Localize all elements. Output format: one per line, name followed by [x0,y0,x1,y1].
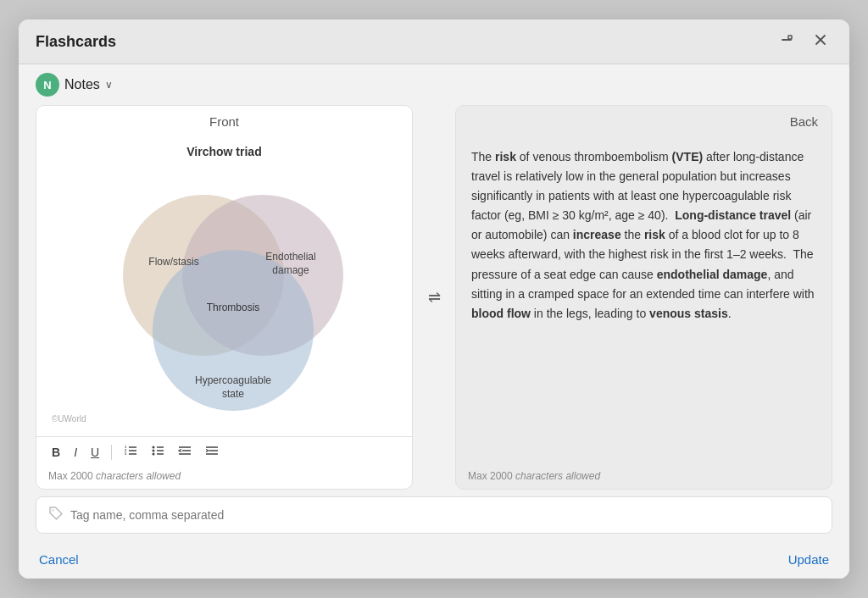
back-card-content: The risk of venous thromboembolism (VTE)… [456,134,832,467]
close-icon [814,33,827,47]
flashcard-modal: Flashcards N Notes ∨ [19,19,849,579]
toolbar-separator [111,445,112,460]
venn-title: Virchow triad [186,145,261,158]
back-card-label: Back [456,106,832,134]
minimize-button[interactable] [775,31,798,52]
header-controls [775,31,832,52]
editor-toolbar: B I U 1 2 3 [36,436,412,467]
indent-icon [205,445,219,457]
tag-svg-icon [48,506,64,521]
svg-text:Endothelial: Endothelial [265,251,315,263]
bold-button[interactable]: B [47,443,65,462]
tag-icon [48,506,64,524]
svg-text:3: 3 [125,451,127,456]
chevron-down-icon: ∨ [105,79,113,91]
svg-text:damage: damage [272,264,309,276]
notes-row: N Notes ∨ [19,64,849,105]
unordered-list-button[interactable] [146,442,170,462]
front-char-limit: Max 2000 characters allowed [36,467,412,489]
outdent-icon [178,445,192,457]
italic-button[interactable]: I [69,443,82,462]
swap-icon: ⇌ [428,288,441,307]
close-button[interactable] [809,31,832,52]
svg-point-21 [153,453,155,456]
front-card-label: Front [36,106,412,134]
unordered-list-icon [151,445,164,457]
svg-point-31 [53,510,54,512]
tag-input[interactable] [70,508,820,522]
modal-header: Flashcards [19,19,849,64]
venn-svg: Flow/stasis Endothelial damage Hypercoag… [89,165,360,411]
venn-diagram-container: Virchow triad Flow/stasis Endothelial da… [36,134,412,436]
back-card-panel: Back The risk of venous thromboembolism … [455,105,832,490]
svg-text:Hypercoagulable: Hypercoagulable [194,374,270,386]
minimize-icon [780,33,793,47]
outdent-button[interactable] [173,442,197,462]
notes-dropdown[interactable]: N Notes ∨ [36,73,113,97]
front-card-panel: Front Virchow triad Flow/stasis Endothel… [36,105,413,490]
svg-point-20 [153,450,155,452]
svg-text:state: state [221,388,243,400]
ordered-list-icon: 1 2 3 [124,445,137,457]
indent-button[interactable] [200,442,224,462]
tag-row [36,496,832,534]
underline-button[interactable]: U [86,443,104,462]
notes-label: Notes [64,77,100,92]
modal-title: Flashcards [36,33,116,51]
back-char-limit: Max 2000 characters allowed [456,467,832,489]
venn-svg-element: Flow/stasis Endothelial damage Hypercoag… [89,165,360,411]
notes-avatar: N [36,73,59,97]
swap-icon-wrap[interactable]: ⇌ [421,288,447,307]
svg-point-19 [153,446,155,449]
svg-rect-1 [788,36,792,39]
update-button[interactable]: Update [788,552,829,567]
svg-text:Thrombosis: Thrombosis [206,302,259,313]
venn-copyright: ©UWorld [52,414,86,424]
ordered-list-button[interactable]: 1 2 3 [119,442,142,462]
svg-text:Flow/stasis: Flow/stasis [148,256,198,268]
modal-footer: Cancel Update [19,540,849,579]
cancel-button[interactable]: Cancel [39,552,79,567]
cards-area: Front Virchow triad Flow/stasis Endothel… [19,105,849,490]
